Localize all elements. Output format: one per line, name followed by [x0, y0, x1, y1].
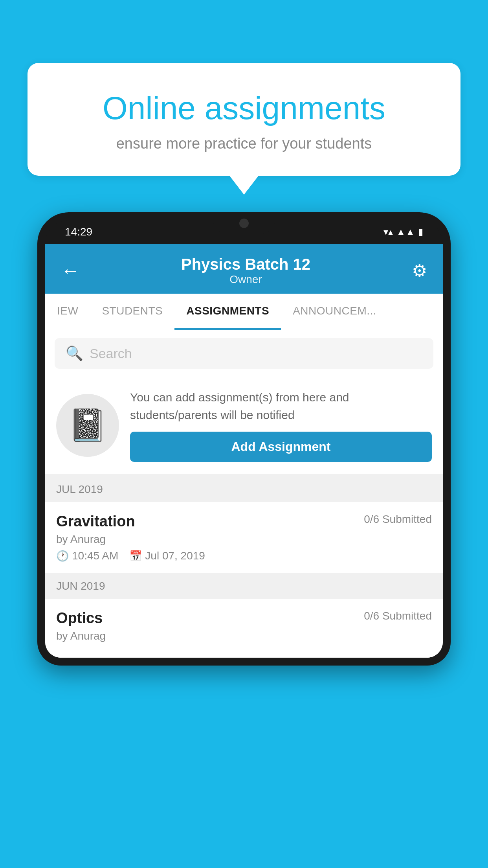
meta-time-gravitation: 🕐 10:45 AM	[56, 550, 118, 562]
tab-iew[interactable]: IEW	[45, 294, 90, 330]
search-icon: 🔍	[66, 345, 83, 362]
status-time: 14:29	[65, 226, 92, 238]
assignment-submitted-gravitation: 0/6 Submitted	[364, 513, 432, 526]
section-header-jun: JUN 2019	[45, 574, 443, 599]
phone-outer: 14:29 ▾▴ ▲▲ ▮ ← Physics	[37, 212, 451, 666]
assignment-meta-gravitation: 🕐 10:45 AM 📅 Jul 07, 2019	[56, 550, 432, 562]
search-box[interactable]: 🔍 Search	[55, 338, 433, 369]
battery-icon: ▮	[418, 226, 423, 237]
phone-wrapper: 14:29 ▾▴ ▲▲ ▮ ← Physics	[37, 212, 451, 868]
speech-bubble: Online assignments ensure more practice …	[28, 63, 460, 176]
assignment-submitted-optics: 0/6 Submitted	[364, 610, 432, 622]
meta-date-gravitation: 📅 Jul 07, 2019	[129, 550, 205, 562]
tabs-bar: IEW STUDENTS ASSIGNMENTS ANNOUNCEM...	[45, 294, 443, 330]
back-button[interactable]: ←	[61, 260, 80, 281]
header-title: Physics Batch 12	[181, 256, 310, 273]
signal-icon: ▲▲	[396, 226, 415, 237]
add-assignment-button[interactable]: Add Assignment	[130, 432, 432, 462]
assignment-item-gravitation[interactable]: Gravitation 0/6 Submitted by Anurag 🕐 10…	[45, 502, 443, 574]
calendar-icon: 📅	[129, 550, 142, 562]
promo-text: You can add assignment(s) from here and …	[130, 388, 432, 424]
assignment-time-gravitation: 10:45 AM	[72, 550, 118, 562]
header-center: Physics Batch 12 Owner	[181, 256, 310, 286]
gear-icon[interactable]: ⚙	[412, 261, 427, 281]
tab-assignments[interactable]: ASSIGNMENTS	[174, 294, 281, 330]
assignment-promo: 📓 You can add assignment(s) from here an…	[45, 377, 443, 477]
search-placeholder: Search	[90, 346, 132, 361]
assignment-date-gravitation: Jul 07, 2019	[145, 550, 205, 562]
camera-dot	[239, 219, 249, 228]
page-background: Online assignments ensure more practice …	[0, 0, 488, 868]
status-bar: 14:29 ▾▴ ▲▲ ▮	[45, 220, 443, 244]
section-header-jul: JUL 2019	[45, 477, 443, 502]
tab-students[interactable]: STUDENTS	[90, 294, 174, 330]
status-icons: ▾▴ ▲▲ ▮	[383, 226, 423, 237]
search-container: 🔍 Search	[45, 330, 443, 377]
bubble-subtitle: ensure more practice for your students	[59, 135, 429, 152]
assignment-by-optics: by Anurag	[56, 630, 432, 642]
promo-right: You can add assignment(s) from here and …	[130, 388, 432, 462]
assignment-by-gravitation: by Anurag	[56, 533, 432, 546]
clock-icon: 🕐	[56, 550, 69, 562]
notebook-icon: 📓	[68, 407, 107, 444]
wifi-icon: ▾▴	[383, 226, 393, 237]
phone-screen: ← Physics Batch 12 Owner ⚙ IEW STUDENTS …	[45, 244, 443, 658]
app-header: ← Physics Batch 12 Owner ⚙	[45, 244, 443, 294]
assignment-name-gravitation: Gravitation	[56, 513, 135, 530]
phone-notch	[213, 212, 275, 234]
header-subtitle: Owner	[181, 273, 310, 286]
assignment-name-optics: Optics	[56, 610, 103, 627]
assignment-item-optics[interactable]: Optics 0/6 Submitted by Anurag	[45, 599, 443, 658]
speech-bubble-area: Online assignments ensure more practice …	[28, 63, 460, 176]
tab-announcements[interactable]: ANNOUNCEM...	[281, 294, 388, 330]
bubble-title: Online assignments	[59, 90, 429, 126]
promo-icon-circle: 📓	[56, 394, 119, 457]
